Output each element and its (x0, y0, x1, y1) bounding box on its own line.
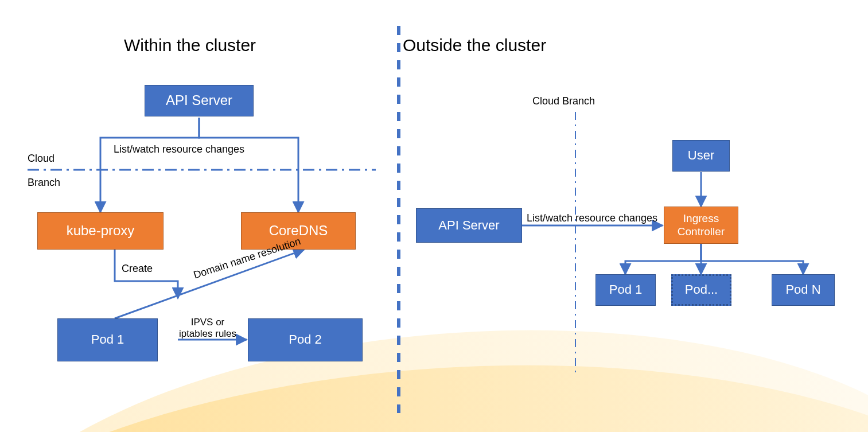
label-listwatch-left: List/watch resource changes (114, 143, 244, 155)
label-listwatch-right: List/watch resource changes (527, 212, 657, 224)
node-kube-proxy: kube-proxy (37, 212, 164, 250)
node-user: User (672, 140, 730, 172)
background-swoosh-1 (0, 297, 868, 432)
diagram-stage: Within the cluster Outside the cluster A… (0, 0, 868, 432)
node-podn: Pod N (772, 274, 835, 306)
label-create: Create (122, 263, 153, 275)
label-cloud: Cloud (28, 153, 55, 165)
label-cloud-branch: Cloud Branch (532, 95, 595, 107)
label-branch: Branch (28, 177, 60, 189)
node-ingress-controller: Ingress Controller (664, 207, 738, 244)
title-left: Within the cluster (124, 36, 256, 55)
node-pod2-left: Pod 2 (248, 318, 363, 361)
title-right: Outside the cluster (403, 36, 546, 55)
node-pod1-right: Pod 1 (595, 274, 656, 306)
label-ipvs: IPVS or iptables rules (173, 317, 242, 339)
node-pod-mid: Pod... (671, 274, 731, 306)
node-api-server-right: API Server (416, 208, 522, 243)
node-pod1-left: Pod 1 (57, 318, 158, 361)
node-api-server-left: API Server (145, 85, 254, 116)
